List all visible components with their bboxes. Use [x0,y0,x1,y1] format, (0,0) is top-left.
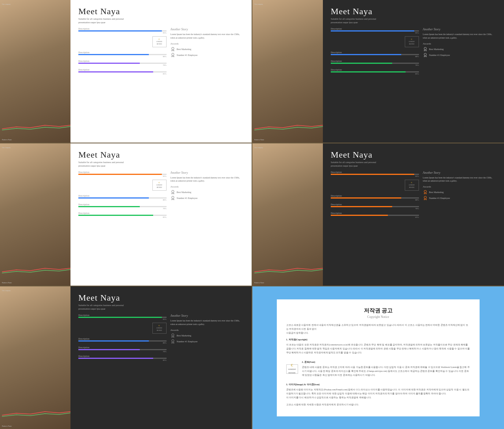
section-1-title: 1. 저작권(Copyright) [286,338,471,342]
slide-4-story: Another Story Lorem Ipsum has been the i… [423,171,496,280]
slide-1-story-title: Another Story [170,28,244,31]
main-grid: Our company Business Name [0,0,504,429]
s5-skill-4: Description 85% [78,355,167,361]
chart-x-label: Business Name [2,139,12,141]
section-3-title: 3. 이미지(Image) & 아이콘(Icon) [286,383,471,386]
svg-point-9 [172,340,174,342]
skill-4-pct: 85% [78,73,167,75]
s5-logo: CCONTENTOR WAVE [152,323,167,334]
slide-3-skills: Description 95% CCONTENTOR WAVE Descript… [78,171,167,280]
slide-1: Our company Business Name [0,0,252,143]
s5-award-1: Best Marketing [170,333,244,338]
slide-2-story: Another Story Lorem Ipsum has been the i… [423,28,496,137]
slide-4-photo: Our company Business Name [252,143,328,286]
award-2-text: Number #1 Employee [177,54,198,56]
section-1-text: 이 코코는 내용의 모든 저작권은 저작권자(contentorwave.co.… [286,343,471,355]
skill-4-label: Description [78,69,167,71]
award-1: Best Marketing [170,47,244,52]
d2-skill-4: Description 85% [331,69,419,75]
s3-skill-2: Description 80% [78,195,167,201]
s4-skill-1: Description 95% [331,171,419,177]
slide-3-cols: Description 95% CCONTENTOR WAVE Descript… [78,171,244,280]
slide-1-awards-title: Awards [170,42,244,45]
d2-skill-3: Description 70% [331,60,419,66]
d2-story-text: Lorem Ipsum has been the industry's stan… [423,33,496,40]
s4-award-2: Number #1 Employee [423,196,496,201]
svg-point-8 [172,334,174,336]
svg-point-0 [172,47,174,50]
svg-point-3 [424,53,426,56]
slide-4-title: Meet Naya [331,150,496,159]
copyright-content: 저작권 공고 Copyright Notice 고코소 새로운 사용자에 전에서… [277,299,480,416]
slide-6: 저작권 공고 Copyright Notice 고코소 새로운 사용자에 전에서… [252,286,504,429]
s3-skill-3: Description 70% [78,203,167,210]
slide-6-wrapper: 저작권 공고 Copyright Notice 고코소 새로운 사용자에 전에서… [252,286,504,429]
skill-1-pct: 95% [78,32,167,34]
s3-award-1: Best Marketing [170,190,244,195]
skill-2-label: Description [78,51,167,54]
s3-skill-1: Description 95% [78,171,167,177]
slide-4: Our company Business Name [252,143,504,286]
slide-3: Our company Business Name [0,143,252,286]
slide-3-story: Another Story Lorem Ipsum has been the i… [170,171,244,280]
slide-3-subtitle: Suitable for all categories business and… [78,161,244,168]
s5-skill-3: Description 70% [78,346,167,353]
slide-2-skills: Description 95% CCONTENTOR WAVE Descript… [331,28,419,137]
skill-2: Description 80% [78,51,167,58]
slide-3-title: Meet Naya [78,150,244,159]
d2-award-2: Number #1 Employee [423,53,496,58]
copyright-logo: CCONTENTOR WAVE [286,364,298,374]
slide-5-title: Meet Naya [78,293,244,302]
logo-row: CCONTENTOR WAVE 2. 폰트(Font) 콘텐츠 내에 사용된 폰… [286,358,471,381]
slide-4-skills: Description 95% CCONTENTOR WAVE Descript… [331,171,419,280]
s3-award-2: Number #1 Employee [170,196,244,201]
slide-1-story-text: Lorem Ipsum has been the industry's stan… [170,33,244,40]
d2-skill-2: Description 80% [331,51,419,58]
slide-1-story: Another Story Lorem Ipsum has been the i… [170,28,244,137]
skill-4: Description 85% [78,69,167,75]
skill-1: Description 95% [78,28,167,34]
slide-3-photo: Our company Business Name [0,143,76,286]
skill-3: Description 70% [78,60,167,66]
slide-4-cols: Description 95% CCONTENTOR WAVE Descript… [331,171,496,280]
skill-2-pct: 80% [78,56,167,58]
copyright-title: 저작권 공고 [286,307,471,314]
svg-point-4 [172,190,174,193]
slide-5-content: Meet Naya Suitable for all categories bu… [70,286,252,429]
s4-logo: CCONTENTOR WAVE [405,180,419,191]
skill-3-pct: 70% [78,64,167,66]
svg-point-1 [172,53,174,56]
slide-2-photo: Our company Business Name [252,0,328,143]
section-footer: 고코소 사용에 대한 자세한 사항은 저작권자에게 문의하시기 바랍니다. [286,403,471,407]
s4-skill-2: Description 80% [331,195,419,201]
slide-5-cols: Description 95% CCONTENTOR WAVE Descript… [78,314,244,423]
d2-skill-1: Description 95% [331,28,419,34]
slide-1-title: Meet Naya [78,7,244,16]
slide-4-subtitle: Suitable for all categories business and… [331,161,496,168]
s5-award-2: Number #1 Employee [170,339,244,344]
copyright-subtitle: Copyright Notice [286,315,471,319]
s4-skill-4: Description 65% [331,212,419,218]
slide-5: Our company Business Name [0,286,252,429]
slide-1-cols: Description 95% CCONTENTOR WAVE Descript… [78,28,244,137]
d2-logo: CCONTENTOR WAVE [405,36,419,47]
s3-skill-4: Description 85% [78,212,167,218]
slide-2-content: Meet Naya Suitable for all categories bu… [323,0,504,143]
svg-point-5 [172,196,174,199]
skill-3-label: Description [78,60,167,62]
chart-label: Our company [2,3,11,5]
s5-skill-1: Description 95% [78,314,167,320]
s4-skill-3: Description 70% [331,203,419,210]
d2-story-title: Another Story [423,28,496,31]
slide-2-subtitle: Suitable for all categories business and… [331,17,496,24]
slide-1-subtitle: Suitable for all categories business and… [78,17,244,24]
logo-text: CCONTENTOR WAVE [156,38,162,45]
svg-point-2 [424,47,426,50]
svg-point-6 [424,190,426,193]
slide-4-content: Meet Naya Suitable for all categories bu… [323,143,504,286]
d2-awards-title: Awards [423,42,496,45]
award-2: Number #1 Employee [170,53,244,58]
s3-logo: CCONTENTOR WAVE [152,180,167,191]
s4-award-1: Best Marketing [423,190,496,195]
slide-2: Our company Business Name [252,0,504,143]
